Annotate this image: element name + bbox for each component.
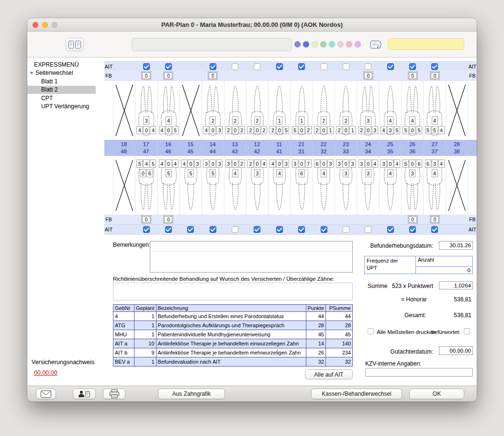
fb-field-16[interactable]: 0 — [164, 72, 172, 79]
pocket-value-31[interactable]: 0 — [299, 160, 305, 168]
ait-checkbox-13[interactable] — [232, 63, 238, 70]
alle-auf-ait-button[interactable]: Alle auf AIT — [305, 369, 353, 379]
tooth-number-23-33[interactable]: 2333 — [335, 140, 357, 156]
ait-checkbox-12[interactable] — [254, 63, 260, 70]
pocket-value-16[interactable]: 4 — [159, 126, 165, 134]
pocket-value-35[interactable]: 4 — [387, 169, 393, 177]
fee-row-1[interactable]: 41Befunderhebung und Erstellen eines Par… — [113, 312, 353, 321]
ait-checkbox-34[interactable] — [365, 226, 371, 233]
pocket-value-34[interactable]: 3 — [365, 169, 371, 177]
pocket-value-32[interactable]: 3 — [327, 160, 334, 168]
fb-field-14[interactable]: 0 — [209, 72, 217, 79]
punktwert-field[interactable]: 1,0264 — [439, 281, 473, 289]
zoom-button[interactable] — [52, 22, 57, 28]
pocket-value-41[interactable]: 3 — [283, 160, 289, 168]
pocket-value-12[interactable]: 2 — [247, 126, 254, 134]
fb-field-47[interactable]: 0 — [142, 216, 150, 223]
pocket-value-17[interactable]: 0 — [143, 126, 149, 134]
tooth-number-17-47[interactable]: 1747 — [135, 140, 157, 156]
tooth-number-13-43[interactable]: 1343 — [224, 140, 246, 156]
pocket-value-27[interactable]: 4 — [432, 116, 438, 125]
close-button[interactable] — [33, 22, 38, 28]
color-dot-7[interactable] — [346, 41, 352, 47]
pocket-value-33[interactable]: 0 — [343, 160, 349, 168]
tooth-number-25-35[interactable]: 2535 — [380, 140, 402, 156]
pocket-value-21[interactable]: 2 — [305, 126, 312, 134]
pocket-value-45[interactable]: 4 — [181, 160, 187, 168]
befunderhebungsdatum-field[interactable]: 30.01.26 — [439, 241, 473, 250]
pocket-value-17[interactable]: 4 — [136, 126, 143, 134]
pocket-value-32[interactable]: 4 — [321, 169, 327, 177]
tooth-number-26-36[interactable]: 2636 — [402, 140, 424, 156]
pocket-value-22[interactable]: 2 — [321, 116, 327, 125]
pocket-value-12[interactable]: 2 — [261, 126, 267, 134]
mail-button[interactable] — [36, 389, 56, 399]
pocket-value-14[interactable]: 3 — [216, 126, 223, 134]
fee-row-5[interactable]: AIT b9Antiinfektiöse Therapie je behande… — [113, 348, 353, 357]
fee-row-2[interactable]: ATG1Parodontolgisches Aufklärungs-und Th… — [113, 321, 353, 330]
pocket-value-23[interactable]: 0 — [343, 126, 349, 134]
fee-row-4[interactable]: AIT a10Antiinfektiöse Therapie je behand… — [113, 339, 353, 348]
pocket-value-11[interactable]: 0 — [276, 126, 282, 134]
pocket-value-13[interactable]: 2 — [239, 126, 245, 134]
pocket-value-41[interactable]: 4 — [276, 169, 282, 177]
pocket-value-24[interactable]: 3 — [372, 126, 378, 134]
pocket-value-14[interactable]: 4 — [203, 126, 209, 134]
pocket-value-26[interactable]: 5 — [416, 126, 422, 134]
minimize-button[interactable] — [42, 22, 48, 28]
pocket-value-35[interactable]: 0 — [387, 160, 393, 168]
color-dot-3[interactable] — [312, 41, 318, 47]
color-dot-5[interactable] — [329, 41, 335, 47]
tooth-number-22-32[interactable]: 2232 — [313, 140, 335, 156]
tooth-number-11-41[interactable]: 1141 — [269, 140, 291, 156]
pocket-value-11[interactable]: 2 — [269, 126, 276, 134]
pocket-value-45[interactable]: 5 — [188, 169, 194, 177]
notes-button[interactable] — [369, 39, 383, 50]
ait-checkbox-25[interactable] — [387, 63, 394, 70]
ait-checkbox-42[interactable] — [254, 226, 260, 233]
pocket-value-45[interactable]: 3 — [194, 160, 201, 168]
kzv-input[interactable] — [365, 368, 473, 377]
pocket-value-32[interactable]: 0 — [321, 160, 327, 168]
pocket-value-21[interactable]: 0 — [299, 126, 305, 134]
pocket-value-22[interactable]: 2 — [314, 126, 320, 134]
pocket-value-26[interactable]: 4 — [409, 116, 415, 125]
pocket-value-13[interactable]: 2 — [225, 126, 232, 134]
pocket-value-21[interactable]: 1 — [299, 116, 305, 125]
pocket-value-16[interactable]: 5 — [172, 126, 179, 134]
pocket-value-23[interactable]: 1 — [349, 126, 356, 134]
pocket-value-37[interactable]: 4 — [438, 160, 445, 168]
fb-field-26[interactable]: 0 — [409, 72, 417, 79]
ait-checkbox-14[interactable] — [210, 63, 216, 70]
pocket-value-47[interactable]: 6 — [146, 169, 153, 177]
pocket-value-37[interactable]: 3 — [432, 160, 438, 168]
ait-checkbox-44[interactable] — [210, 226, 216, 233]
ait-checkbox-11[interactable] — [276, 63, 283, 70]
print-button[interactable] — [103, 389, 125, 399]
pocket-value-43[interactable]: 2 — [239, 160, 245, 168]
ait-checkbox-16[interactable] — [165, 63, 172, 70]
pocket-value-11[interactable]: 1 — [276, 116, 282, 125]
pocket-value-27[interactable]: 5 — [432, 126, 438, 134]
pocket-value-46[interactable]: 0 — [166, 160, 172, 168]
pocket-value-44[interactable]: 3 — [216, 160, 223, 168]
pocket-value-44[interactable]: 3 — [203, 160, 209, 168]
sidebar-item-blatt1[interactable]: Blatt 1 — [27, 77, 104, 86]
pocket-value-25[interactable]: 3 — [387, 126, 393, 134]
tooth-number-16-46[interactable]: 1646 — [157, 140, 179, 156]
pocket-value-36[interactable]: 5 — [403, 160, 409, 168]
pocket-value-42[interactable]: 3 — [254, 169, 260, 177]
pocket-value-31[interactable]: 6 — [299, 169, 305, 177]
ait-checkbox-23[interactable] — [343, 63, 349, 70]
ait-checkbox-43[interactable] — [232, 226, 238, 233]
pocket-value-44[interactable]: 5 — [210, 169, 216, 177]
pocket-value-13[interactable]: 0 — [232, 126, 238, 134]
pocket-value-41[interactable]: 0 — [276, 160, 282, 168]
color-dot-1[interactable] — [294, 41, 301, 47]
pocket-value-12[interactable]: 0 — [254, 126, 260, 134]
ait-checkbox-26[interactable] — [409, 63, 416, 70]
pocket-value-42[interactable]: 4 — [261, 160, 267, 168]
ait-checkbox-24[interactable] — [365, 63, 371, 70]
pocket-value-46[interactable]: 4 — [172, 160, 179, 168]
pocket-value-37[interactable]: 6 — [425, 160, 431, 168]
